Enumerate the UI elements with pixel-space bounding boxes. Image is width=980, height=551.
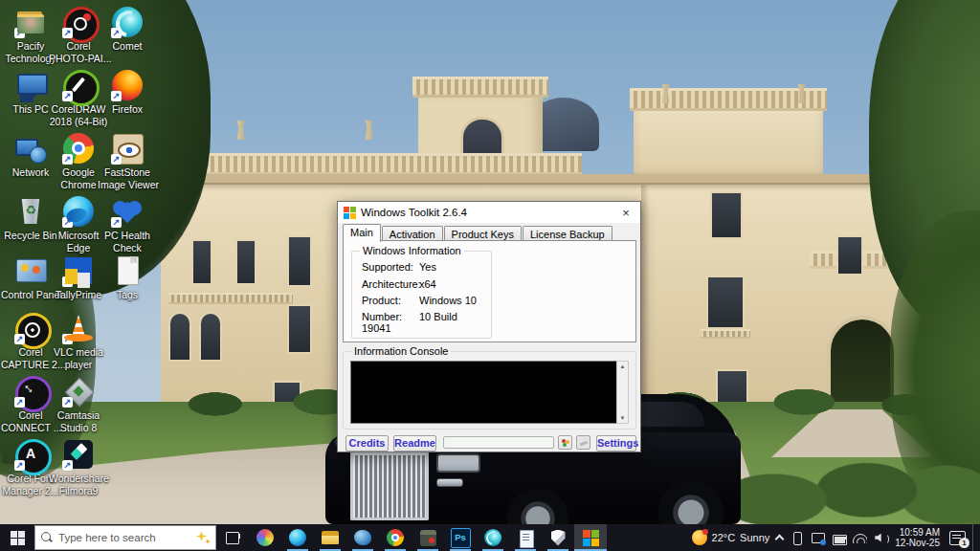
desktop-icon-wondershare-filmora9[interactable]: ↗ Wondershare Filmora9	[49, 438, 108, 496]
disabled-tool-button	[576, 435, 590, 450]
windows-toolkit-dialog: Windows Toolkit 2.6.4 × MainActivationPr…	[337, 201, 641, 452]
show-desktop-button[interactable]	[972, 524, 976, 551]
taskbar-app-colorful-app[interactable]	[249, 524, 281, 551]
taskbar-app-icon	[516, 528, 536, 548]
taskbar-app-google-chrome[interactable]	[379, 524, 412, 551]
taskbar-app-icon	[321, 528, 341, 548]
taskbar-app-icon	[418, 528, 438, 548]
taskbar-app-windows-toolkit[interactable]	[574, 524, 607, 551]
taskbar-app-blue-app[interactable]	[346, 524, 379, 551]
mansion-window	[710, 191, 743, 239]
desktop-icon-firefox[interactable]: ↗ Firefox	[98, 69, 157, 116]
shortcut-arrow-icon: ↗	[111, 28, 122, 38]
mansion-right-pavilion	[634, 105, 823, 180]
info-row: Product:Windows 10	[362, 295, 486, 306]
info-value: Yes	[419, 261, 436, 273]
car-headlight	[436, 453, 480, 473]
info-label: Architecture:	[362, 278, 419, 290]
taskbar-app-icon	[223, 528, 243, 548]
search-icon	[41, 532, 53, 543]
taskbar-app-capture-app[interactable]	[412, 524, 444, 551]
info-label: Product:	[362, 295, 419, 306]
settings-button[interactable]: Settings	[596, 435, 636, 452]
shortcut-arrow-icon: ↗	[111, 217, 122, 228]
battery-icon[interactable]	[832, 531, 846, 545]
shortcut-arrow-icon: ↗	[62, 154, 73, 165]
information-console-group: Information Console ▲ ▼	[343, 351, 636, 430]
scroll-down-icon[interactable]: ▼	[617, 414, 628, 422]
desktop-icon-pc-health-check[interactable]: ↗ PC Health Check	[98, 195, 157, 253]
desktop-icon-label: Camtasia Studio 8	[49, 409, 108, 433]
console-output[interactable]	[350, 361, 618, 424]
clock-date: 12-Nov-25	[895, 538, 940, 548]
shortcut-arrow-icon: ↗	[62, 217, 73, 228]
taskbar-clock[interactable]: 10:59 AM 12-Nov-25	[895, 527, 940, 548]
taskbar-app-tally-doc[interactable]	[509, 524, 542, 551]
taskbar-app-icon	[386, 528, 406, 548]
app-icon: ↗	[111, 6, 144, 38]
taskbar-app-windows-defender[interactable]	[542, 524, 574, 551]
mansion-balcony	[701, 329, 750, 339]
desktop-icon-faststone-image-viewer[interactable]: ↗ FastStone Image Viewer	[98, 132, 157, 190]
scroll-up-icon[interactable]: ▲	[617, 363, 628, 370]
windows-toolkit-icon	[344, 207, 356, 219]
shortcut-arrow-icon: ↗	[62, 460, 73, 471]
app-icon: ↗	[14, 375, 47, 408]
mansion-window	[235, 239, 256, 285]
search-placeholder: Type here to search	[58, 532, 189, 543]
shortcut-arrow-icon: ↗	[62, 397, 73, 408]
start-button[interactable]	[0, 524, 34, 551]
desktop-icon-camtasia-studio-8[interactable]: ↗ Camtasia Studio 8	[49, 375, 108, 433]
shortcut-arrow-icon: ↗	[62, 28, 73, 38]
taskbar-app-microsoft-edge[interactable]	[281, 524, 314, 551]
wifi-icon[interactable]	[853, 532, 867, 543]
tab-main[interactable]: Main	[343, 224, 381, 242]
app-icon: ↗	[62, 254, 95, 287]
dialog-titlebar[interactable]: Windows Toolkit 2.6.4 ×	[338, 202, 640, 223]
desktop-icon-label: Firefox	[98, 103, 157, 116]
display-tray-icon[interactable]	[811, 531, 825, 545]
search-box[interactable]: Type here to search	[34, 525, 216, 550]
info-row: Supported:Yes	[362, 261, 486, 273]
windows-logo-icon	[11, 531, 25, 545]
info-row: Number:10 Build 19041	[362, 311, 486, 334]
taskbar-app-task-view[interactable]	[216, 524, 249, 551]
volume-icon[interactable]	[874, 531, 888, 545]
mansion-window	[287, 304, 312, 354]
desktop-icon-comet[interactable]: ↗ Comet	[98, 6, 157, 53]
app-icon: ↗	[62, 6, 95, 38]
mansion-window	[836, 235, 863, 276]
app-icon: ↗	[62, 195, 95, 228]
shortcut-arrow-icon: ↗	[14, 334, 25, 344]
info-row: Architecture:x64	[362, 278, 486, 290]
app-icon: ↗	[14, 254, 47, 287]
clock-time: 10:59 AM	[895, 527, 940, 538]
shortcut-arrow-icon: ↗	[14, 397, 25, 408]
app-icon: ↗	[62, 438, 95, 471]
close-icon[interactable]: ×	[617, 206, 635, 220]
phone-tray-icon[interactable]	[790, 531, 804, 545]
desktop-icon-tags[interactable]: ↗ Tags	[98, 254, 157, 301]
desktop-icons: ↗ Pacify Technology ↗ This PC ↗ Network …	[4, 0, 195, 517]
weather-widget[interactable]: 22°C Sunny	[692, 530, 770, 545]
shortcut-arrow-icon: ↗	[111, 91, 122, 101]
taskbar-app-photoshop[interactable]: Ps	[444, 524, 477, 551]
readme-button[interactable]: Readme	[393, 435, 436, 452]
hidden-icons-chevron-icon[interactable]	[775, 535, 785, 544]
taskbar-app-comet[interactable]	[477, 524, 509, 551]
desktop-icon-vlc-media-player[interactable]: ↗ VLC media player	[49, 312, 108, 370]
action-center-icon[interactable]: 1	[949, 531, 966, 545]
desktop-icon-label: Comet	[98, 40, 157, 53]
mansion-arch-window	[199, 312, 222, 362]
app-icon: ↗	[111, 132, 144, 165]
info-value: Windows 10	[419, 295, 477, 306]
run-tool-button[interactable]	[558, 435, 572, 450]
console-scrollbar[interactable]: ▲ ▼	[616, 361, 629, 424]
mansion-balustrade-left	[161, 153, 582, 175]
info-label: Number:	[362, 311, 419, 322]
taskbar-app-file-explorer[interactable]	[314, 524, 346, 551]
dialog-tabs: MainActivationProduct KeysLicense Backup	[343, 224, 613, 241]
weather-condition: Sunny	[740, 532, 769, 543]
credits-button[interactable]: Credits	[345, 435, 389, 452]
app-icon: ↗	[111, 195, 144, 228]
